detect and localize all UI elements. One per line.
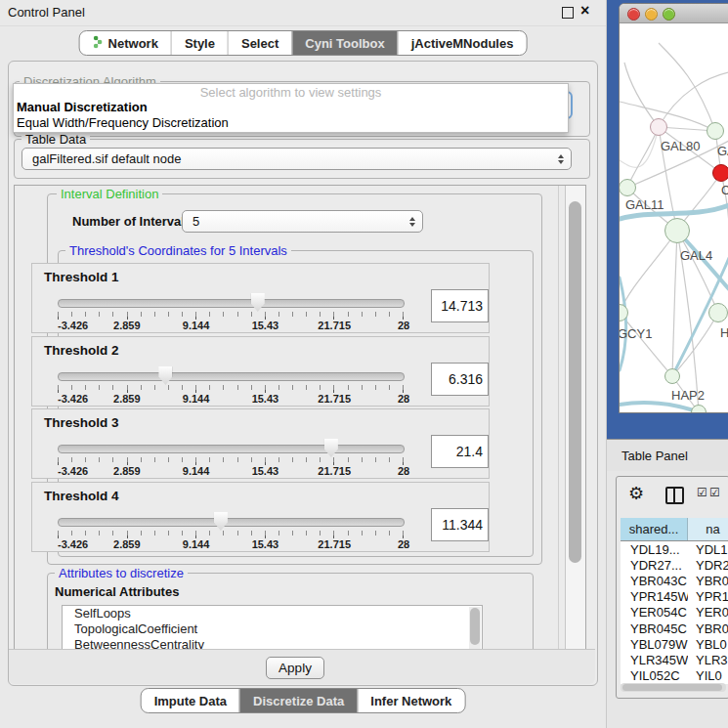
tab-label: Discretize Data <box>253 694 344 708</box>
network-node-gal4[interactable] <box>664 218 690 243</box>
cell[interactable]: YIL0 <box>688 668 728 684</box>
cell[interactable]: YBR0 <box>688 573 728 588</box>
close-icon[interactable]: × <box>580 2 589 20</box>
tick-label: 15.43 <box>252 393 279 405</box>
threshold-slider[interactable] <box>58 445 405 453</box>
cell[interactable]: YBR045C <box>621 621 688 636</box>
tab-jactivemnodules[interactable]: jActiveMNodules <box>398 31 527 55</box>
number-of-intervals-value: 5 <box>193 214 199 229</box>
tab-style[interactable]: Style <box>171 31 228 55</box>
network-canvas[interactable]: GAL80 GA C GAL11 GAL4 GCY1 H HAP2 <box>620 23 728 412</box>
tab-infer-network[interactable]: Infer Network <box>357 689 464 712</box>
numerical-attributes-list[interactable]: SelfLoops TopologicalCoefficient Between… <box>62 605 483 650</box>
cell[interactable]: YLR3 <box>688 652 728 667</box>
node-label: GAL80 <box>661 139 700 153</box>
cell[interactable]: YDR27... <box>621 557 688 573</box>
checkbox-icon[interactable]: ☑ <box>697 486 707 499</box>
network-node[interactable] <box>707 122 724 140</box>
tab-network[interactable]: Network <box>80 31 171 55</box>
slider-thumb[interactable] <box>251 293 265 312</box>
column-header[interactable]: na <box>688 518 728 540</box>
network-window-titlebar[interactable] <box>620 4 728 23</box>
cell[interactable]: YDL19... <box>621 541 688 557</box>
tick-label: -3.426 <box>58 393 88 405</box>
table-panel: ⚙ ☑ ☑ shared... na YDL19... YDL1 YDR27..… <box>616 476 728 699</box>
cell[interactable]: YBL0 <box>688 636 728 652</box>
cell[interactable]: YLR345W <box>621 652 688 667</box>
float-window-icon[interactable] <box>562 7 574 19</box>
threshold-slider[interactable] <box>58 372 405 381</box>
cell[interactable]: YBR043C <box>621 573 688 588</box>
cell[interactable]: YDR2 <box>688 557 728 573</box>
columns-icon[interactable] <box>665 487 684 504</box>
gear-icon[interactable]: ⚙ <box>628 483 644 504</box>
vertical-scrollbar[interactable] <box>565 186 586 649</box>
table-row[interactable]: YBR045C YBR0 <box>621 621 728 636</box>
threshold-value-field[interactable]: 11.344 <box>431 508 489 541</box>
cell[interactable]: YPR145W <box>621 589 688 605</box>
network-node-h[interactable] <box>708 303 728 322</box>
network-node-hap2[interactable] <box>664 368 680 384</box>
threshold-slider[interactable] <box>58 518 405 527</box>
table-row[interactable]: YPR145W YPR1 <box>621 589 728 605</box>
cell[interactable]: YPR1 <box>688 589 728 605</box>
tick-label: 28 <box>398 393 409 405</box>
tab-impute-data[interactable]: Impute Data <box>142 689 239 712</box>
threshold-slider[interactable] <box>58 299 405 308</box>
tab-cyni-toolbox[interactable]: Cyni Toolbox <box>291 31 397 55</box>
threshold-value-field[interactable]: 6.316 <box>431 363 489 396</box>
slider-ticks <box>58 312 404 317</box>
cell[interactable]: YBR0 <box>688 621 728 636</box>
network-icon <box>93 35 104 52</box>
table-row[interactable]: YIL052C YIL0 <box>621 668 728 684</box>
cell[interactable]: YDL1 <box>688 541 728 557</box>
cell[interactable]: YER054C <box>621 605 688 621</box>
checkbox-icon[interactable]: ☑ <box>709 486 720 499</box>
slider-thumb[interactable] <box>158 366 172 385</box>
column-header[interactable]: shared... <box>621 518 688 540</box>
cell[interactable]: YBL079W <box>621 636 688 652</box>
list-scrollbar[interactable] <box>469 607 481 650</box>
thresholds-legend: Threshold's Coordinates for 5 Intervals <box>65 243 291 258</box>
cell[interactable]: YER0 <box>688 605 728 621</box>
table-panel-titlebar: Table Panel <box>607 439 728 471</box>
node-label: GCY1 <box>620 326 652 341</box>
algorithm-option-manual[interactable]: Manual Discretization <box>17 100 148 114</box>
table-row[interactable]: YBL079W YBL0 <box>621 636 728 652</box>
tick-label: 9.144 <box>183 465 210 477</box>
scrollbar-thumb[interactable] <box>569 201 581 563</box>
tab-select[interactable]: Select <box>228 31 291 55</box>
scrollbar-thumb[interactable] <box>470 608 480 645</box>
close-traffic-light-icon[interactable] <box>627 8 640 21</box>
slider-thumb[interactable] <box>214 512 228 531</box>
table-row[interactable]: YER054C YER0 <box>621 605 728 621</box>
tick-label: 2.859 <box>113 393 141 405</box>
threshold-value-field[interactable]: 21.4 <box>431 435 489 468</box>
tab-discretize-data[interactable]: Discretize Data <box>239 689 357 712</box>
attributes-legend: Attributes to discretize <box>55 566 188 580</box>
horizontal-scrollbar[interactable] <box>621 683 726 692</box>
cell[interactable]: YIL052C <box>621 668 688 684</box>
tick-label: 2.859 <box>113 465 141 477</box>
table-row[interactable]: YDR27... YDR2 <box>621 557 728 573</box>
list-item[interactable]: TopologicalCoefficient <box>63 621 482 637</box>
list-item[interactable]: SelfLoops <box>63 606 482 621</box>
table-data-combobox[interactable]: galFiltered.sif default node <box>21 148 572 170</box>
threshold-value-field[interactable]: 14.713 <box>431 289 489 322</box>
tick-label: 9.144 <box>183 538 210 550</box>
table-row[interactable]: YLR345W YLR3 <box>621 652 728 667</box>
network-node-red[interactable] <box>712 164 728 182</box>
table-row[interactable]: YDL19... YDL1 <box>621 541 728 557</box>
minimize-traffic-light-icon[interactable] <box>645 8 658 21</box>
scrollbar-thumb[interactable] <box>622 684 722 691</box>
number-of-intervals-combobox[interactable]: 5 <box>182 210 423 233</box>
table-row[interactable]: YBR043C YBR0 <box>621 573 728 588</box>
zoom-traffic-light-icon[interactable] <box>663 8 675 21</box>
threshold-panel: Threshold 4 -3.426 2.859 9.144 15.43 21.… <box>31 482 490 552</box>
algorithm-option-equal-width[interactable]: Equal Width/Frequency Discretization <box>17 115 229 130</box>
apply-button[interactable]: Apply <box>266 657 324 679</box>
slider-ticks <box>58 457 404 462</box>
threshold-label: Threshold 3 <box>44 415 119 430</box>
slider-thumb[interactable] <box>324 439 338 457</box>
network-node-gal80[interactable] <box>650 118 667 136</box>
